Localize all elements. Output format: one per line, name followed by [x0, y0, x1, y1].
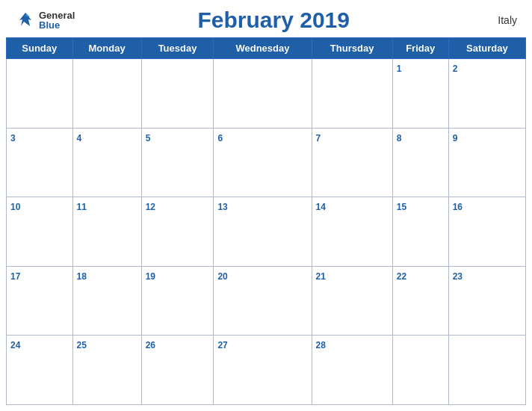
date-number-1: 1 [397, 64, 402, 74]
date-number-21: 21 [316, 271, 326, 282]
date-cell-11: 11 [72, 197, 141, 267]
week-row-3: 10111213141516 [7, 197, 526, 267]
date-number-23: 23 [453, 271, 463, 282]
empty-cell-w0d1 [72, 59, 141, 129]
date-cell-8: 8 [392, 128, 448, 197]
date-cell-2: 2 [448, 59, 525, 129]
logo: General Blue [15, 10, 75, 31]
empty-cell-w0d0 [7, 59, 73, 129]
date-cell-17: 17 [7, 266, 73, 336]
calendar-table: Sunday Monday Tuesday Wednesday Thursday… [6, 37, 526, 405]
date-number-6: 6 [217, 133, 223, 143]
date-number-2: 2 [453, 64, 458, 74]
date-cell-6: 6 [214, 128, 312, 197]
week-row-4: 17181920212223 [7, 266, 526, 336]
date-number-11: 11 [77, 202, 87, 212]
date-cell-7: 7 [312, 128, 392, 197]
header-thursday: Thursday [312, 38, 392, 59]
date-cell-5: 5 [141, 128, 214, 197]
date-number-17: 17 [10, 271, 20, 282]
date-cell-1: 1 [392, 59, 448, 129]
date-cell-19: 19 [141, 266, 214, 336]
calendar-header: General Blue February 2019 Italy [0, 0, 532, 37]
svg-marker-1 [25, 13, 30, 17]
header-tuesday: Tuesday [141, 38, 214, 59]
date-number-27: 27 [217, 340, 227, 350]
date-cell-13: 13 [214, 197, 312, 267]
date-number-18: 18 [77, 271, 87, 282]
header-saturday: Saturday [448, 38, 525, 59]
empty-cell-w4d5 [392, 336, 448, 405]
date-number-20: 20 [217, 271, 227, 282]
date-cell-26: 26 [141, 336, 214, 405]
week-row-1: 12 [7, 59, 526, 129]
empty-cell-w4d6 [448, 336, 525, 405]
date-cell-23: 23 [448, 266, 525, 336]
date-cell-18: 18 [72, 266, 141, 336]
day-header-row: Sunday Monday Tuesday Wednesday Thursday… [7, 38, 526, 59]
date-cell-10: 10 [7, 197, 73, 267]
date-cell-20: 20 [214, 266, 312, 336]
date-cell-3: 3 [7, 128, 73, 197]
date-cell-12: 12 [141, 197, 214, 267]
week-row-2: 3456789 [7, 128, 526, 197]
date-cell-28: 28 [312, 336, 392, 405]
date-number-14: 14 [316, 202, 326, 212]
date-number-15: 15 [397, 202, 406, 212]
header-wednesday: Wednesday [214, 38, 312, 59]
date-number-9: 9 [453, 133, 458, 143]
calendar-body: Sunday Monday Tuesday Wednesday Thursday… [0, 37, 532, 411]
date-number-12: 12 [146, 202, 155, 212]
date-number-10: 10 [10, 202, 20, 212]
date-cell-22: 22 [392, 266, 448, 336]
date-cell-15: 15 [392, 197, 448, 267]
logo-blue-text: Blue [39, 20, 75, 30]
date-number-26: 26 [146, 340, 155, 350]
date-cell-27: 27 [214, 336, 312, 405]
date-cell-14: 14 [312, 197, 392, 267]
date-cell-21: 21 [312, 266, 392, 336]
empty-cell-w0d2 [141, 59, 214, 129]
calendar-title: February 2019 [75, 7, 472, 33]
date-number-5: 5 [146, 133, 151, 143]
date-number-19: 19 [146, 271, 155, 282]
week-row-5: 2425262728 [7, 336, 526, 405]
date-number-7: 7 [316, 133, 321, 143]
date-number-3: 3 [10, 133, 16, 143]
date-number-28: 28 [316, 340, 326, 350]
date-cell-25: 25 [72, 336, 141, 405]
country-label: Italy [472, 14, 517, 26]
date-number-24: 24 [10, 340, 20, 350]
date-number-25: 25 [77, 340, 87, 350]
header-sunday: Sunday [7, 38, 73, 59]
date-cell-4: 4 [72, 128, 141, 197]
header-friday: Friday [392, 38, 448, 59]
date-number-4: 4 [77, 133, 82, 143]
date-number-8: 8 [397, 133, 402, 143]
date-number-22: 22 [397, 271, 406, 282]
logo-bird-icon [15, 10, 36, 31]
header-monday: Monday [72, 38, 141, 59]
date-number-16: 16 [453, 202, 463, 212]
empty-cell-w0d4 [312, 59, 392, 129]
date-cell-24: 24 [7, 336, 73, 405]
date-cell-9: 9 [448, 128, 525, 197]
empty-cell-w0d3 [214, 59, 312, 129]
date-number-13: 13 [217, 202, 227, 212]
date-cell-16: 16 [448, 197, 525, 267]
